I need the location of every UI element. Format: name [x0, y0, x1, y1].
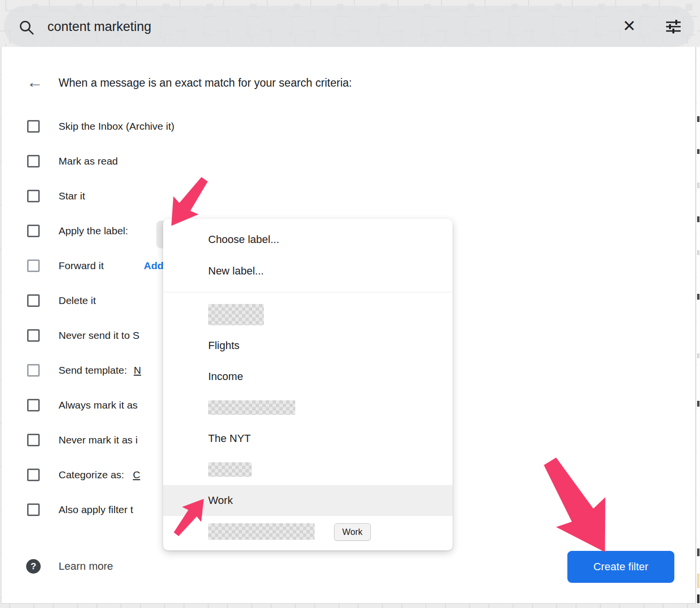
- checkbox-apply-label[interactable]: [27, 225, 40, 237]
- menu-item-choose-label[interactable]: Choose label...: [163, 224, 453, 255]
- work-tooltip: Work: [334, 523, 371, 541]
- option-row-mark-read: Mark as read: [27, 144, 174, 179]
- redacted-text: [208, 400, 295, 415]
- label-dropdown-menu: Choose label... New label... Flights Inc…: [163, 219, 453, 550]
- filter-options-list: Skip the Inbox (Archive it) Mark as read…: [27, 109, 174, 527]
- close-icon[interactable]: ✕: [623, 15, 636, 37]
- menu-item-income[interactable]: Income: [163, 361, 453, 392]
- option-label: Skip the Inbox (Archive it): [59, 121, 174, 132]
- search-input[interactable]: [46, 15, 557, 38]
- option-row-skip-inbox: Skip the Inbox (Archive it): [27, 109, 174, 144]
- menu-item-work[interactable]: Work: [163, 485, 453, 516]
- category-value-link[interactable]: C: [133, 469, 140, 481]
- checkbox-never-spam[interactable]: [27, 329, 40, 342]
- option-row-send-template: Send template: N: [27, 353, 163, 388]
- create-filter-button[interactable]: Create filter: [567, 551, 674, 583]
- option-row-forward-it: Forward it Add: [27, 248, 163, 283]
- option-label: Always mark it as: [59, 399, 137, 411]
- option-row-star-it: Star it: [27, 179, 174, 213]
- menu-item-redacted-label[interactable]: [163, 454, 453, 485]
- option-label: Never send it to S: [59, 330, 139, 341]
- learn-more-link[interactable]: ? Learn more: [26, 559, 113, 574]
- option-row-never-spam: Never send it to S: [27, 318, 163, 353]
- checkbox-send-template[interactable]: [27, 364, 40, 377]
- checkbox-star-it[interactable]: [27, 190, 40, 202]
- panel-title: When a message is an exact match for you…: [59, 76, 352, 90]
- checkbox-categorize[interactable]: [27, 469, 40, 481]
- tune-filters-icon[interactable]: [665, 19, 682, 34]
- gmail-filter-screen: ✕ ← When a message is an exact match for…: [0, 0, 700, 608]
- option-label: Mark as read: [59, 155, 118, 167]
- help-icon[interactable]: ?: [26, 559, 41, 574]
- option-label: Never mark it as i: [59, 434, 137, 446]
- checkbox-always-important[interactable]: [27, 399, 40, 411]
- add-forwarding-link[interactable]: Add: [144, 260, 163, 272]
- redacted-text: [208, 462, 252, 477]
- option-label: Apply the label:: [59, 225, 128, 237]
- option-label: Also apply filter t: [59, 504, 133, 516]
- menu-item-flights[interactable]: Flights: [163, 330, 453, 361]
- checkbox-also-apply[interactable]: [27, 503, 40, 516]
- option-label: Send template:: [59, 365, 127, 376]
- option-row-never-important: Never mark it as i: [27, 423, 163, 457]
- menu-item-redacted-label[interactable]: Work: [163, 516, 453, 547]
- redacted-text: [208, 304, 264, 325]
- template-value-link[interactable]: N: [134, 365, 141, 376]
- option-label: Star it: [59, 190, 85, 202]
- menu-item-redacted-label[interactable]: [163, 299, 453, 330]
- redacted-text: [208, 523, 315, 540]
- checkbox-never-important[interactable]: [27, 434, 40, 446]
- back-arrow-icon[interactable]: ←: [27, 73, 43, 91]
- option-row-apply-label: Apply the label:: [27, 213, 163, 248]
- menu-item-redacted-label[interactable]: [163, 392, 453, 423]
- option-row-also-apply: Also apply filter t: [27, 492, 163, 527]
- background-content-strip: [697, 47, 700, 604]
- search-bar[interactable]: ✕: [4, 6, 694, 47]
- option-row-categorize: Categorize as: C: [27, 457, 163, 492]
- menu-item-the-nyt[interactable]: The NYT: [163, 423, 453, 454]
- checkbox-forward-it[interactable]: [27, 259, 40, 272]
- option-label: Categorize as:: [59, 469, 124, 481]
- search-icon[interactable]: [18, 19, 35, 36]
- option-label: Forward it: [59, 260, 104, 272]
- option-label: Delete it: [59, 295, 96, 306]
- option-row-always-important: Always mark it as: [27, 388, 163, 423]
- menu-item-new-label[interactable]: New label...: [163, 255, 453, 287]
- checkbox-mark-read[interactable]: [27, 155, 40, 167]
- checkbox-skip-inbox[interactable]: [27, 120, 40, 133]
- option-row-delete-it: Delete it: [27, 283, 163, 318]
- learn-more-label: Learn more: [59, 560, 113, 573]
- checkbox-delete-it[interactable]: [27, 294, 40, 307]
